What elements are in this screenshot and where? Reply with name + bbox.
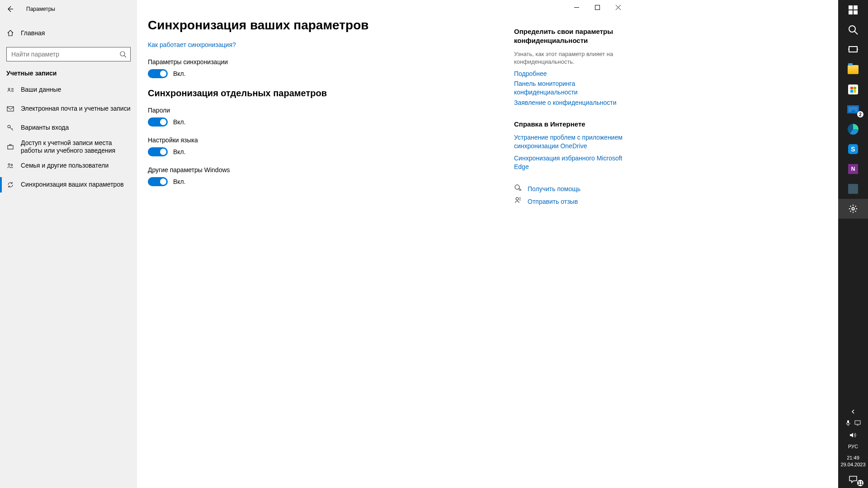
- folder-icon: [848, 65, 859, 74]
- notifications-button[interactable]: 11: [838, 471, 868, 488]
- right-sidebar: Определить свои параметры конфиденциальн…: [514, 18, 623, 488]
- setting-other: Другие параметры Windows Вкл.: [148, 166, 505, 186]
- get-help-link[interactable]: Получить помощь: [528, 185, 580, 193]
- system-tray: РУС 21:49 29.04.2023 11: [838, 406, 868, 488]
- search-icon: [119, 51, 127, 60]
- sync-master-toggle[interactable]: [148, 69, 168, 78]
- tray-date: 29.04.2023: [840, 461, 865, 468]
- svg-rect-29: [855, 421, 860, 424]
- svg-rect-24: [849, 47, 857, 52]
- svg-point-7: [8, 88, 10, 90]
- main-content: Синхронизация ваших параметров Как работ…: [137, 0, 628, 488]
- tray-time: 21:49: [840, 455, 865, 461]
- sidebar-item-your-info[interactable]: Ваши данные: [0, 80, 137, 99]
- setting-label: Другие параметры Windows: [148, 166, 505, 174]
- gear-icon: [848, 204, 858, 214]
- taskbar-app-generic[interactable]: [838, 179, 868, 199]
- maximize-button[interactable]: [587, 0, 608, 14]
- svg-point-15: [11, 164, 12, 165]
- sidebar-item-label: Варианты входа: [21, 124, 69, 132]
- taskbar-search-button[interactable]: [838, 20, 868, 40]
- taskbar: 2 S N РУС 21:49 29.04.2023 11: [838, 0, 868, 488]
- taskbar-app-store[interactable]: [838, 80, 868, 99]
- taskbar-app-explorer[interactable]: [838, 60, 868, 80]
- sidebar-item-work-access[interactable]: Доступ к учетной записи места работы или…: [0, 137, 137, 156]
- svg-rect-11: [7, 107, 14, 111]
- help-link-edge[interactable]: Синхронизация избранного Microsoft Edge: [514, 154, 623, 171]
- feedback-icon: [514, 197, 523, 206]
- search-wrap: [0, 42, 137, 61]
- svg-rect-1: [595, 5, 599, 9]
- task-view-button[interactable]: [838, 40, 868, 60]
- svg-rect-28: [847, 420, 849, 423]
- home-icon: [6, 29, 14, 37]
- minimize-button[interactable]: [566, 0, 587, 14]
- sidebar-item-family[interactable]: Семья и другие пользователи: [0, 156, 137, 175]
- setting-label: Настройки языка: [148, 136, 505, 144]
- search-box[interactable]: [6, 47, 131, 61]
- tray-language[interactable]: РУС: [848, 441, 858, 452]
- feedback-link[interactable]: Отправить отзыв: [528, 197, 578, 206]
- app-icon: [848, 184, 858, 194]
- help-block: Справка в Интернете Устранение проблем с…: [514, 120, 623, 171]
- taskbar-app-onenote[interactable]: N: [838, 159, 868, 179]
- search-input[interactable]: [7, 47, 130, 61]
- home-nav[interactable]: Главная: [0, 23, 137, 42]
- other-toggle[interactable]: [148, 177, 168, 186]
- toggle-state: Вкл.: [173, 118, 186, 126]
- tray-mic-icon[interactable]: [845, 420, 851, 427]
- svg-rect-20: [849, 10, 853, 14]
- privacy-link-more[interactable]: Подробнее: [514, 70, 623, 78]
- svg-rect-13: [8, 145, 13, 149]
- tray-clock[interactable]: 21:49 29.04.2023: [840, 452, 865, 471]
- titlebar: Параметры: [0, 0, 137, 18]
- sidebar-item-email[interactable]: Электронная почта и учетные записи: [0, 99, 137, 118]
- sidebar-item-label: Ваши данные: [21, 86, 61, 94]
- svg-line-6: [124, 56, 126, 57]
- svg-line-23: [854, 31, 858, 34]
- passwords-toggle[interactable]: [148, 117, 168, 127]
- window-controls: [566, 0, 628, 14]
- home-label: Главная: [21, 29, 45, 37]
- svg-rect-18: [849, 5, 853, 9]
- privacy-link-statement[interactable]: Заявление о конфиденциальности: [514, 99, 623, 107]
- tray-display-icon[interactable]: [854, 420, 861, 427]
- key-icon: [6, 124, 14, 131]
- sub-section-title: Синхронизация отдельных параметров: [148, 88, 505, 99]
- sidebar-item-label: Синхронизация ваших параметров: [21, 181, 124, 189]
- page-title: Синхронизация ваших параметров: [148, 18, 505, 33]
- svg-point-22: [849, 26, 855, 32]
- svg-point-17: [516, 197, 519, 200]
- sidebar-section-title: Учетные записи: [0, 61, 137, 80]
- tray-chevron-button[interactable]: [838, 406, 868, 418]
- people-icon: [6, 162, 14, 169]
- privacy-link-dashboard[interactable]: Панель мониторинга конфиденциальности: [514, 80, 623, 97]
- back-button[interactable]: [4, 3, 16, 15]
- help-icon: [514, 184, 523, 194]
- taskbar-app-settings[interactable]: [838, 199, 868, 219]
- start-button[interactable]: [838, 0, 868, 20]
- taskbar-app-edge[interactable]: [838, 119, 868, 139]
- close-button[interactable]: [608, 0, 628, 14]
- help-title: Справка в Интернете: [514, 120, 623, 129]
- mail-badge: 2: [857, 111, 863, 117]
- taskbar-app-skype[interactable]: S: [838, 139, 868, 159]
- taskbar-app-mail[interactable]: 2: [838, 99, 868, 119]
- svg-point-14: [8, 164, 10, 165]
- privacy-title: Определить свои параметры конфиденциальн…: [514, 27, 623, 46]
- person-card-icon: [6, 86, 14, 94]
- setting-language: Настройки языка Вкл.: [148, 136, 505, 156]
- svg-rect-19: [854, 5, 858, 9]
- sidebar-item-signin[interactable]: Варианты входа: [0, 118, 137, 137]
- settings-window: Параметры Главная Учетные записи Ваши да…: [0, 0, 628, 488]
- tray-volume-button[interactable]: [838, 429, 868, 441]
- help-link-onedrive[interactable]: Устранение проблем с приложением синхрон…: [514, 133, 623, 150]
- sync-icon: [6, 181, 14, 188]
- window-title: Параметры: [26, 6, 55, 12]
- how-sync-works-link[interactable]: Как работает синхронизация?: [148, 41, 236, 48]
- support-block: Получить помощь Отправить отзыв: [514, 184, 623, 206]
- language-toggle[interactable]: [148, 147, 168, 156]
- sidebar-item-label: Семья и другие пользователи: [21, 162, 108, 170]
- sidebar-item-sync[interactable]: Синхронизация ваших параметров: [0, 175, 137, 194]
- edge-icon: [848, 124, 859, 135]
